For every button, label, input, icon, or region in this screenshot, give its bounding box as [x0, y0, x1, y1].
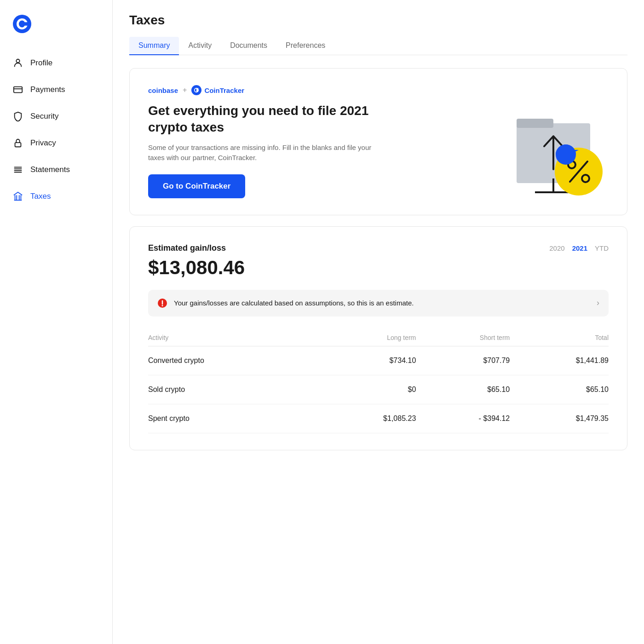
cell-activity: Sold crypto — [148, 375, 317, 404]
gain-loss-title: Estimated gain/loss — [148, 243, 226, 253]
gain-header: Estimated gain/loss 2020 2021 YTD — [148, 243, 609, 253]
sidebar-nav: Profile Payments Securi — [0, 50, 112, 210]
cell-total: $65.10 — [510, 375, 609, 404]
year-ytd-button[interactable]: YTD — [595, 244, 609, 252]
sidebar-label-profile: Profile — [30, 58, 52, 68]
cell-short-term: - $394.12 — [416, 404, 510, 433]
svg-rect-2 — [14, 87, 22, 93]
promo-logos: coinbase + CoinTracker — [148, 85, 387, 95]
warning-banner[interactable]: Your gains/losses are calculated based o… — [148, 290, 609, 316]
sidebar-label-privacy: Privacy — [30, 138, 56, 148]
promo-description: Some of your transactions are missing in… — [148, 143, 387, 163]
sidebar-item-payments[interactable]: Payments — [0, 76, 112, 103]
warning-icon — [157, 298, 167, 308]
sidebar-item-security[interactable]: Security — [0, 103, 112, 130]
lock-icon — [13, 138, 23, 148]
tab-documents[interactable]: Documents — [221, 37, 276, 55]
svg-point-1 — [16, 59, 19, 63]
go-to-cointracker-button[interactable]: Go to CoinTracker — [148, 174, 245, 198]
tab-summary[interactable]: Summary — [129, 37, 179, 55]
promo-content: coinbase + CoinTracker Get everything yo… — [148, 85, 387, 198]
year-2021-button[interactable]: 2021 — [572, 244, 587, 252]
warning-message: Your gains/losses are calculated based o… — [174, 299, 590, 307]
cell-long-term: $1,085.23 — [317, 404, 416, 433]
coinbase-brand: coinbase — [148, 86, 178, 94]
table-row: Sold crypto $0 $65.10 $65.10 — [148, 375, 609, 404]
table-row: Converted crypto $734.10 $707.79 $1,441.… — [148, 346, 609, 375]
cell-long-term: $734.10 — [317, 346, 416, 375]
tab-preferences[interactable]: Preferences — [276, 37, 334, 55]
svg-point-0 — [13, 15, 31, 33]
sidebar: Profile Payments Securi — [0, 0, 113, 644]
svg-rect-11 — [517, 119, 553, 128]
gain-loss-amount: $13,080.46 — [148, 257, 609, 279]
sidebar-item-privacy[interactable]: Privacy — [0, 130, 112, 156]
cell-total: $1,441.89 — [510, 346, 609, 375]
tabs-bar: Summary Activity Documents Preferences — [129, 37, 627, 55]
cointracker-name: CoinTracker — [204, 86, 244, 94]
cell-long-term: $0 — [317, 375, 416, 404]
col-total: Total — [510, 329, 609, 346]
promo-illustration — [489, 96, 609, 188]
sidebar-item-profile[interactable]: Profile — [0, 50, 112, 76]
cell-activity: Converted crypto — [148, 346, 317, 375]
promo-title: Get everything you need to file 2021 cry… — [148, 103, 387, 136]
cell-short-term: $707.79 — [416, 346, 510, 375]
sidebar-label-statements: Statements — [30, 165, 70, 174]
col-short-term: Short term — [416, 329, 510, 346]
card-icon — [13, 85, 23, 95]
year-selector: 2020 2021 YTD — [549, 244, 609, 252]
page-title: Taxes — [129, 13, 627, 28]
cell-total: $1,479.35 — [510, 404, 609, 433]
gain-loss-card: Estimated gain/loss 2020 2021 YTD $13,08… — [129, 226, 627, 450]
plus-sign: + — [183, 86, 187, 94]
svg-point-24 — [162, 305, 163, 306]
tab-activity[interactable]: Activity — [179, 37, 221, 55]
sidebar-label-taxes: Taxes — [30, 192, 51, 201]
year-2020-button[interactable]: 2020 — [549, 244, 564, 252]
svg-rect-4 — [15, 143, 21, 147]
activity-table: Activity Long term Short term Total Conv… — [148, 329, 609, 433]
chevron-right-icon: › — [597, 298, 599, 308]
col-long-term: Long term — [317, 329, 416, 346]
coinbase-logo — [13, 15, 31, 33]
person-icon — [13, 58, 23, 68]
sidebar-label-security: Security — [30, 112, 58, 121]
sidebar-item-taxes[interactable]: Taxes — [0, 183, 112, 210]
cell-short-term: $65.10 — [416, 375, 510, 404]
table-header-row: Activity Long term Short term Total — [148, 329, 609, 346]
main-content: Taxes Summary Activity Documents Prefere… — [113, 0, 644, 644]
table-row: Spent crypto $1,085.23 - $394.12 $1,479.… — [148, 404, 609, 433]
promo-card: coinbase + CoinTracker Get everything yo… — [129, 68, 627, 215]
tax-illustration-svg — [489, 96, 609, 197]
shield-icon — [13, 111, 23, 121]
col-activity: Activity — [148, 329, 317, 346]
cell-activity: Spent crypto — [148, 404, 317, 433]
cointracker-icon — [191, 85, 201, 95]
sidebar-item-statements[interactable]: Statements — [0, 156, 112, 183]
sidebar-label-payments: Payments — [30, 85, 65, 94]
list-icon — [13, 165, 23, 175]
logo — [0, 11, 112, 50]
bank-icon — [13, 191, 23, 201]
cointracker-brand: CoinTracker — [191, 85, 244, 95]
